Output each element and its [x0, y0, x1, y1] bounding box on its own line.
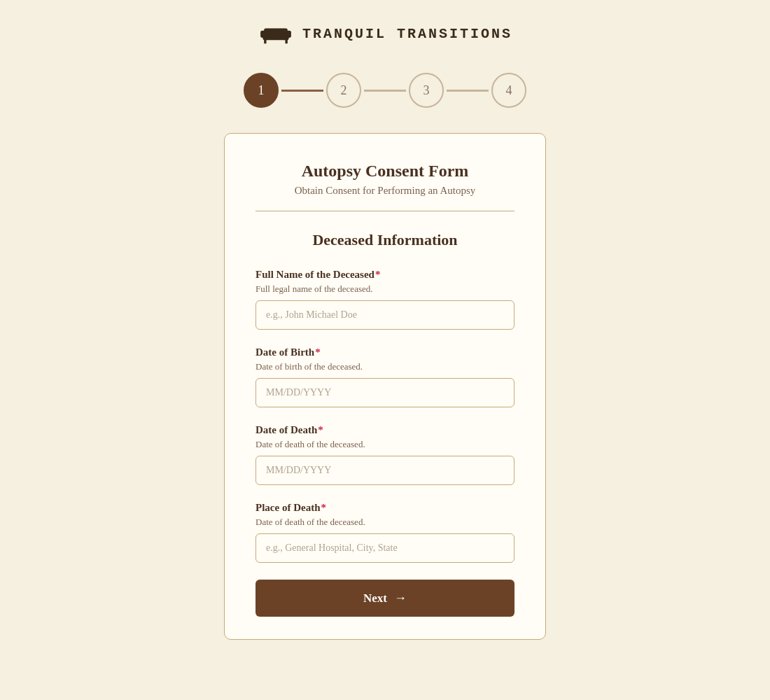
form-subtitle: Obtain Consent for Performing an Autopsy [255, 185, 514, 197]
pod-hint: Date of death of the deceased. [255, 517, 514, 528]
form-card: Autopsy Consent Form Obtain Consent for … [224, 133, 546, 640]
steps-progress: 1 2 3 4 [244, 73, 526, 108]
svg-rect-2 [260, 31, 265, 38]
next-button[interactable]: Next → [255, 580, 514, 617]
required-star-name: * [375, 269, 381, 280]
field-full-name: Full Name of the Deceased* Full legal na… [255, 269, 514, 330]
required-star-pod: * [321, 502, 326, 513]
svg-rect-3 [286, 31, 291, 38]
dob-label: Date of Birth* [255, 346, 514, 358]
field-place-of-death: Place of Death* Date of death of the dec… [255, 502, 514, 563]
step-line-1 [281, 90, 323, 92]
pod-input[interactable] [255, 533, 514, 563]
full-name-hint: Full legal name of the deceased. [255, 284, 514, 295]
full-name-label: Full Name of the Deceased* [255, 269, 514, 281]
field-date-of-death: Date of Death* Date of death of the dece… [255, 424, 514, 485]
header: Tranquil Transitions [258, 22, 512, 45]
step-3[interactable]: 3 [409, 73, 444, 108]
arrow-right-icon: → [394, 591, 407, 606]
dod-hint: Date of death of the deceased. [255, 439, 514, 450]
required-star-dod: * [318, 424, 323, 435]
required-star-dob: * [315, 346, 321, 358]
logo-icon [258, 22, 294, 45]
svg-rect-0 [262, 31, 288, 40]
svg-rect-1 [264, 28, 288, 33]
full-name-input[interactable] [255, 300, 514, 330]
dod-input[interactable] [255, 456, 514, 485]
logo-text: Tranquil Transitions [302, 26, 512, 42]
field-date-of-birth: Date of Birth* Date of birth of the dece… [255, 346, 514, 407]
section-title: Deceased Information [255, 231, 514, 249]
step-line-2 [364, 90, 406, 92]
svg-rect-4 [264, 39, 266, 43]
step-1[interactable]: 1 [244, 73, 279, 108]
step-4[interactable]: 4 [491, 73, 526, 108]
pod-label: Place of Death* [255, 502, 514, 514]
step-2[interactable]: 2 [326, 73, 361, 108]
step-line-3 [447, 90, 489, 92]
form-title: Autopsy Consent Form [255, 162, 514, 181]
dob-input[interactable] [255, 378, 514, 407]
dob-hint: Date of birth of the deceased. [255, 361, 514, 372]
next-button-label: Next [363, 592, 387, 606]
dod-label: Date of Death* [255, 424, 514, 436]
form-divider [255, 211, 514, 211]
svg-rect-5 [285, 39, 287, 43]
